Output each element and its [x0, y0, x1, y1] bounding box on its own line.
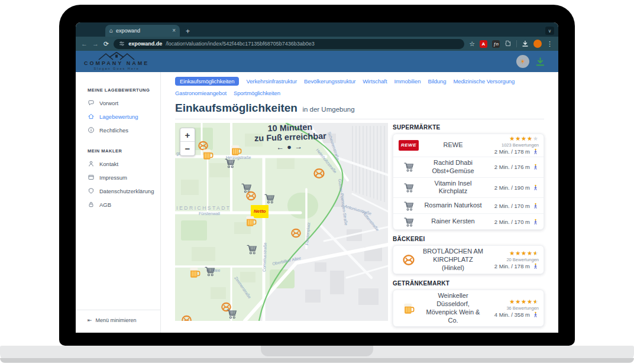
- walk-radius-annotation: 10 Minuten zu Fuß erreichbar ←●→: [243, 123, 338, 153]
- place-row[interactable]: Weinkeller Düsseldorf,Mövenpick Wein & C…: [393, 290, 544, 326]
- tab-close-icon[interactable]: ×: [172, 28, 176, 34]
- cart-icon: [403, 182, 415, 193]
- tab-bildung[interactable]: Bildung: [428, 77, 446, 86]
- pdf-extension-icon[interactable]: A: [480, 40, 487, 48]
- url-domain: expowand.de: [128, 41, 162, 47]
- place-name: Weinkeller Düsseldorf,Mövenpick Wein & C…: [419, 292, 487, 324]
- place-row[interactable]: Rainer Kersten 2 Min. / 170 m: [393, 213, 544, 229]
- cart-marker-icon[interactable]: [204, 265, 216, 280]
- company-slogan: Slogan Goes Here: [93, 67, 139, 71]
- download-report-icon[interactable]: [535, 57, 545, 67]
- cart-marker-icon[interactable]: [246, 243, 258, 258]
- user-icon: [88, 160, 95, 167]
- section-title-supermaerkte: SUPERMÄRKTE: [393, 124, 544, 131]
- site-settings-icon[interactable]: [119, 41, 125, 47]
- laptop-base: [0, 346, 634, 363]
- pretzel-marker-icon[interactable]: [245, 190, 257, 204]
- downloads-icon[interactable]: [522, 40, 529, 47]
- sidebar-section-title: MEINE LAGEBEWERTUNG: [88, 87, 160, 93]
- info-icon: [88, 126, 95, 134]
- review-count: 1023 Bewertungen: [502, 142, 539, 148]
- supermarkets-card: REWE REWE ★★★★★★★★★★ 1023 Bewertungen 2 …: [393, 134, 544, 230]
- toolbar-divider: [516, 40, 517, 47]
- rating-stars: ★★★★★★★★★★: [509, 251, 539, 256]
- back-button[interactable]: ←: [81, 41, 88, 47]
- sidebar-item-agb[interactable]: AGB: [88, 201, 160, 208]
- extensions-puzzle-icon[interactable]: [504, 40, 512, 47]
- forward-button[interactable]: →: [92, 41, 99, 47]
- pretzel-marker-icon[interactable]: [181, 314, 192, 321]
- place-row[interactable]: Rosmarin Naturkost 2 Min. / 170 m: [393, 197, 544, 213]
- zoom-out-button[interactable]: −: [180, 142, 195, 155]
- zoom-in-button[interactable]: +: [180, 128, 195, 142]
- place-name: Rainer Kersten: [419, 217, 487, 226]
- cart-marker-icon[interactable]: [226, 308, 238, 321]
- tab-medizinische-versorgung[interactable]: Medizinische Versorgung: [453, 77, 515, 86]
- shield-icon: [88, 187, 95, 194]
- sidebar-item-datenschutz[interactable]: Datenschutzerklärung: [88, 187, 160, 194]
- user-avatar[interactable]: ☀: [516, 55, 529, 68]
- rooflines-icon: [98, 52, 135, 60]
- tab-verkehrsinfrastruktur[interactable]: Verkehrsinfrastruktur: [246, 77, 297, 86]
- sidebar-item-vorwort[interactable]: Vorwort: [88, 99, 160, 106]
- bookmark-star-icon[interactable]: ☆: [469, 41, 475, 47]
- rating-stars: ★★★★★★★★★★: [509, 299, 539, 305]
- beer-marker-icon[interactable]: [201, 148, 214, 163]
- walking-icon: [532, 184, 539, 191]
- sidebar-section-title: MEIN MAKLER: [88, 148, 160, 154]
- tab-bevoelkerungsstruktur[interactable]: Bevölkerungsstruktur: [304, 77, 355, 86]
- sidebar-item-rechtliches[interactable]: Rechtliches: [88, 126, 160, 134]
- reload-button[interactable]: ⟳: [103, 41, 109, 47]
- sidebar-item-label: Datenschutzerklärung: [99, 188, 154, 194]
- tab-einkaufsmoeglichkeiten[interactable]: Einkaufsmöglichkeiten: [175, 77, 239, 86]
- cart-icon: [403, 161, 415, 173]
- tab-sportmoeglichkeiten[interactable]: Sportmöglichkeiten: [234, 89, 280, 98]
- place-row-rewe[interactable]: REWE REWE ★★★★★★★★★★ 1023 Bewertungen 2 …: [393, 134, 544, 157]
- pretzel-marker-icon[interactable]: [313, 167, 325, 182]
- comment-icon: [88, 99, 95, 106]
- minimize-menu-button[interactable]: ⇤ Menü minimieren: [76, 310, 160, 326]
- sidebar-item-label: Kontakt: [99, 161, 118, 167]
- walking-icon: [532, 203, 539, 209]
- pretzel-marker-icon[interactable]: [290, 228, 302, 241]
- review-count: 20 Bewertungen: [506, 257, 539, 262]
- new-tab-button[interactable]: +: [186, 28, 190, 35]
- lock-icon: [88, 201, 95, 208]
- beer-marker-icon[interactable]: [188, 266, 201, 281]
- laptop-mockup: ⌂ expowand × + ∨ ← → ⟳ expowa: [0, 0, 634, 364]
- profile-avatar[interactable]: [533, 40, 542, 48]
- beer-marker-icon[interactable]: [244, 214, 257, 230]
- walking-icon: [532, 263, 539, 269]
- menu-kebab-icon[interactable]: ⋮: [546, 41, 553, 47]
- tab-wirtschaft[interactable]: Wirtschaft: [363, 77, 387, 86]
- window-chevron-button[interactable]: ∨: [545, 27, 554, 35]
- window-icon: [88, 174, 95, 181]
- sidebar-item-label: AGB: [99, 202, 111, 208]
- place-row[interactable]: Vitamin Insel Kirchplatz 2 Min. / 190 m: [393, 177, 544, 198]
- map[interactable]: gstraße Herzogstraße Fürstenwall Oberbil…: [175, 123, 388, 321]
- tab-immobilien[interactable]: Immobilien: [394, 77, 420, 86]
- page-title: Einkaufsmöglichkeiten: [175, 102, 297, 114]
- map-markers: Netto: [175, 123, 388, 321]
- page-header: Einkaufsmöglichkeiten in der Umgebung: [175, 102, 544, 119]
- place-row[interactable]: Rachid Dhabi Obst+Gemüse 2 Min. / 176 m: [393, 157, 544, 177]
- company-name: COMPANY NAME: [84, 61, 149, 66]
- cart-marker-icon[interactable]: [224, 157, 236, 171]
- tab-gastronomieangebot[interactable]: Gastronomieangebot: [175, 89, 227, 98]
- place-name: Rosmarin Naturkost: [419, 202, 487, 210]
- tab-favicon-home-icon: ⌂: [109, 28, 113, 34]
- rewe-logo: REWE: [399, 140, 419, 151]
- sidebar-item-lagebewertung[interactable]: Lagebewertung: [88, 113, 160, 120]
- sidebar-item-impressum[interactable]: Impressum: [88, 174, 160, 181]
- sidebar-item-label: Rechtliches: [99, 127, 128, 134]
- walking-icon: [532, 148, 539, 155]
- company-logo[interactable]: COMPANY NAME Slogan Goes Here: [84, 52, 149, 71]
- distance-text: 2 Min. / 170 m: [494, 203, 530, 209]
- laptop-notch: [261, 346, 373, 356]
- fn-extension-icon[interactable]: ƒn: [492, 40, 500, 48]
- browser-tab[interactable]: ⌂ expowand ×: [105, 25, 180, 37]
- url-bar[interactable]: expowand.de /locationValuation/index/542…: [114, 39, 464, 49]
- place-row[interactable]: BROTLÄDCHEN AM KIRCHPLATZ(Hinkel) ★★★★★★…: [393, 246, 544, 274]
- sidebar-item-kontakt[interactable]: Kontakt: [88, 160, 160, 167]
- distance-text: 2 Min. / 178 m: [494, 148, 530, 155]
